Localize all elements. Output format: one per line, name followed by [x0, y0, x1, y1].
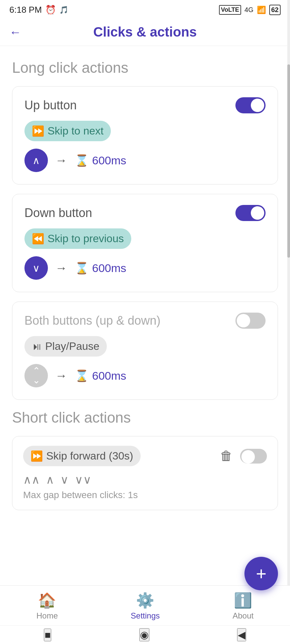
down-button-timer: ⌛ 600ms: [75, 261, 126, 275]
add-button[interactable]: +: [244, 557, 278, 590]
up-button-arrow-row: ∧ → ⌛ 600ms: [24, 149, 266, 172]
max-gap-text: Max gap between clicks: 1s: [23, 490, 267, 500]
app-icon: 🎵: [59, 6, 68, 14]
scroll-indicator: [287, 0, 290, 644]
android-square-button[interactable]: ■: [44, 629, 51, 641]
up-button-toggle[interactable]: [235, 97, 266, 113]
move-up-button[interactable]: ∧: [46, 473, 54, 486]
up-button-card: Up button ⏩ Skip to next ∧ → ⌛ 600ms: [12, 86, 278, 184]
short-click-row: ⏩ Skip forward (30s) 🗑: [23, 446, 267, 466]
top-nav: ← Clicks & actions: [0, 18, 290, 46]
down-button-arrow-row: ∨ → ⌛ 600ms: [24, 256, 266, 280]
up-button-label: Up button: [24, 98, 77, 112]
move-top-button[interactable]: ∧∧: [23, 473, 40, 486]
short-click-action-label: Skip forward (30s): [46, 450, 133, 462]
page-title: Clicks & actions: [93, 24, 197, 40]
both-buttons-delay: 600ms: [92, 369, 126, 382]
long-click-section-title: Long click actions: [12, 59, 278, 76]
arrow-right-icon-2: →: [55, 261, 67, 275]
timer-icon-2: ⌛: [75, 261, 89, 275]
both-buttons-action-label: Play/Pause: [45, 340, 99, 353]
up-button-circle[interactable]: ∧: [24, 149, 48, 172]
down-button-toggle[interactable]: [235, 205, 266, 221]
add-icon: +: [256, 563, 267, 584]
up-chevron-icon: ∧: [32, 155, 40, 166]
short-click-toggle[interactable]: [240, 449, 267, 464]
short-click-badge[interactable]: ⏩ Skip forward (30s): [23, 446, 141, 466]
both-buttons-arrow-row: ⌃⌄ → ⌛ 600ms: [24, 364, 266, 387]
status-time: 6:18 PM ⏰ 🎵: [9, 5, 68, 15]
short-click-section-title: Short click actions: [12, 409, 278, 426]
alarm-icon: ⏰: [45, 5, 56, 15]
both-buttons-card-header: Both buttons (up & down): [24, 313, 266, 329]
short-click-card: ⏩ Skip forward (30s) 🗑 ∧∧ ∧ ∨ ∨∨ Max gap…: [12, 436, 278, 510]
triangle-icon: ◀: [238, 629, 245, 640]
scroll-thumb: [287, 64, 290, 258]
up-button-timer: ⌛ 600ms: [75, 154, 126, 167]
arrow-right-icon: →: [55, 153, 67, 167]
both-buttons-circle: ⌃⌄: [24, 364, 48, 387]
nav-item-settings[interactable]: ⚙️ Settings: [131, 592, 160, 621]
battery-icon: 62: [269, 5, 281, 15]
down-button-card-header: Down button: [24, 205, 266, 221]
both-buttons-card: Both buttons (up & down) ⏯ Play/Pause ⌃⌄…: [12, 302, 278, 400]
short-click-section: Short click actions ⏩ Skip forward (30s)…: [12, 409, 278, 510]
volte-icon: VoLTE: [219, 5, 241, 15]
down-button-action-label: Skip to previous: [48, 232, 124, 245]
home-icon: 🏠: [38, 592, 56, 609]
android-circle-button[interactable]: ◉: [139, 628, 149, 641]
down-button-label: Down button: [24, 206, 92, 220]
back-button[interactable]: ←: [9, 25, 21, 39]
move-down-button[interactable]: ∨: [60, 473, 69, 486]
down-button-card: Down button ⏪ Skip to previous ∨ → ⌛ 600…: [12, 194, 278, 292]
up-button-action-badge[interactable]: ⏩ Skip to next: [24, 121, 111, 141]
android-nav-bar: ■ ◉ ◀: [0, 625, 290, 644]
skip-fwd-icon: ⏩: [30, 450, 43, 462]
both-buttons-label: Both buttons (up & down): [24, 314, 160, 328]
skip-prev-icon: ⏪: [32, 233, 44, 245]
timer-icon: ⌛: [75, 154, 89, 167]
network-icon: 4G: [244, 6, 253, 14]
home-label: Home: [37, 611, 58, 621]
circle-icon: ◉: [140, 629, 149, 640]
signal-icon: 📶: [257, 6, 266, 14]
up-button-action-label: Skip to next: [48, 125, 103, 137]
reorder-row: ∧∧ ∧ ∨ ∨∨: [23, 473, 267, 486]
up-button-delay: 600ms: [92, 154, 126, 167]
play-pause-icon: ⏯: [32, 341, 42, 352]
nav-item-home[interactable]: 🏠 Home: [37, 592, 58, 621]
android-back-button[interactable]: ◀: [237, 628, 246, 641]
both-buttons-toggle[interactable]: [235, 313, 266, 329]
main-content: Long click actions Up button ⏩ Skip to n…: [0, 46, 290, 621]
status-bar: 6:18 PM ⏰ 🎵 VoLTE 4G 📶 62: [0, 0, 290, 18]
both-buttons-timer: ⌛ 600ms: [75, 369, 126, 382]
short-click-controls: 🗑: [220, 449, 267, 464]
up-button-card-header: Up button: [24, 97, 266, 113]
bottom-nav: 🏠 Home ⚙️ Settings ℹ️ About: [0, 585, 290, 625]
down-button-circle[interactable]: ∨: [24, 256, 48, 280]
arrow-right-icon-3: →: [55, 369, 67, 383]
square-icon: ■: [45, 629, 51, 640]
battery-level: 62: [271, 6, 279, 14]
skip-next-icon: ⏩: [32, 125, 44, 137]
timer-icon-3: ⌛: [75, 369, 89, 382]
down-button-delay: 600ms: [92, 262, 126, 275]
up-down-icon: ⌃⌄: [32, 366, 40, 385]
delete-button[interactable]: 🗑: [220, 449, 233, 463]
down-button-action-badge[interactable]: ⏪ Skip to previous: [24, 228, 131, 249]
move-bottom-button[interactable]: ∨∨: [75, 473, 91, 486]
time-display: 6:18 PM: [9, 5, 42, 15]
settings-icon: ⚙️: [136, 592, 154, 609]
both-buttons-action-badge[interactable]: ⏯ Play/Pause: [24, 336, 107, 357]
about-label: About: [233, 611, 254, 621]
about-icon: ℹ️: [234, 592, 252, 609]
settings-label: Settings: [131, 611, 160, 621]
nav-item-about[interactable]: ℹ️ About: [233, 592, 254, 621]
down-chevron-icon: ∨: [32, 262, 40, 274]
status-icons: VoLTE 4G 📶 62: [219, 5, 281, 15]
